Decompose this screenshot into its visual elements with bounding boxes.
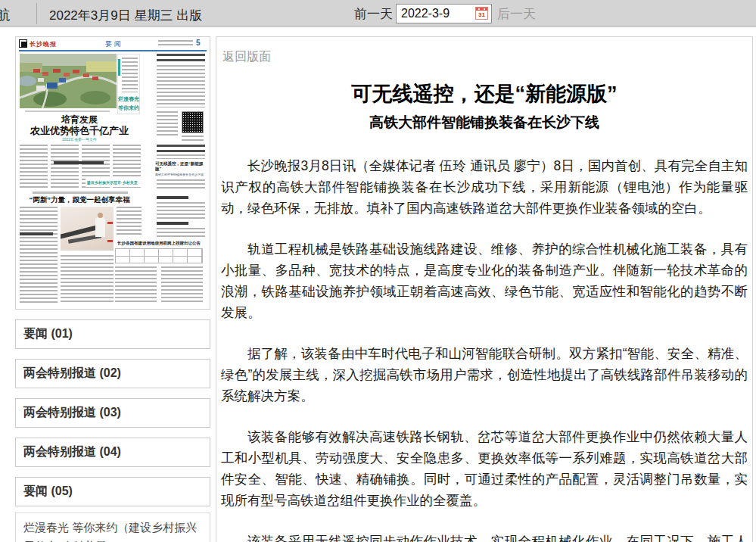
- thumb-aerial-photo: [20, 54, 117, 108]
- thumb-worker-photo: [61, 207, 114, 251]
- thumb-right-subhead: [157, 222, 188, 225]
- nav-link-fragment[interactable]: 航: [0, 6, 10, 24]
- article-paragraph: 该装备采用无线遥控同步动作作业技术，实现全程机械化作业，在同工况下，施工人员较行…: [221, 531, 748, 542]
- thumb-inline-subhead: [54, 161, 104, 164]
- thumb-photo-person: [95, 217, 105, 237]
- thumb-right-text: [157, 111, 178, 137]
- article-paragraph: 长沙晚报3月8日讯（全媒体记者 伍玲 通讯员 廖宁）8日，国内首创、具有完全自主…: [221, 155, 748, 219]
- sidebar-section-label: 两会特别报道 (04): [23, 445, 121, 458]
- thumb-notice-title: 长沙县国有建设用地使用权网上挂牌出让公告: [114, 241, 204, 246]
- calendar-icon[interactable]: 31: [475, 7, 488, 20]
- thumb-inline-subhead: [20, 232, 53, 235]
- sidebar-section-04[interactable]: 两会特别报道 (04): [15, 438, 210, 467]
- thumb-right-headline: [157, 145, 205, 152]
- sidebar-section-02[interactable]: 两会特别报道 (02): [15, 359, 210, 388]
- thumb-right-text: [157, 179, 205, 190]
- article-paragraph: 该装备能够有效解决高速铁路长钢轨、岔芯等道岔大部件更换作业中仍然依赖大量人工和小…: [221, 426, 748, 511]
- newspaper-logo-icon: [19, 39, 27, 48]
- article-body: 长沙晚报3月8日讯（全媒体记者 伍玲 通讯员 廖宁）8日，国内首创、具有完全自主…: [221, 155, 748, 542]
- topbar: 航 2022年3月9日 星期三 出版 前一天 31 后一天: [0, 0, 756, 27]
- page-thumbnail[interactable]: 长沙晚报 要闻 5: [15, 36, 210, 310]
- thumb-text-column: [20, 145, 48, 188]
- thumb-text-column: [51, 145, 79, 188]
- sidebar-section-label: 要闻 (05): [23, 484, 73, 497]
- thumb-banner-line1: 烂漫春光: [118, 95, 139, 103]
- thumb-photo-logo: [107, 222, 113, 224]
- thumb-mid-text: [61, 255, 114, 304]
- thumb-article-subline: 高铁大部件智能铺换装备在长沙下线: [155, 173, 207, 176]
- sidebar-section-label: 两会特别报道 (03): [23, 406, 121, 419]
- thumb-eyebrow-line: [33, 192, 128, 194]
- thumb-headline1-line2: 农业优势特色千亿产业: [16, 124, 143, 138]
- thumb-banner-line2: 等你来约: [118, 104, 139, 112]
- thumb-subhead: 2022年省委一号文件: [16, 137, 143, 142]
- thumb-right-text: [157, 65, 205, 107]
- article-paragraph: 轨道工程机械是铁路基础设施线路建设、维修、养护的综合性机械化施工装备，具有小批量…: [221, 238, 748, 323]
- sidebar-section-label: 要闻 (01): [23, 327, 73, 340]
- thumb-qr-code: [182, 111, 204, 133]
- thumb-right-subhead: [157, 196, 188, 199]
- sidebar-section-label: 两会特别报道 (02): [23, 366, 121, 379]
- thumb-right-text: [157, 202, 205, 219]
- thumb-photo-caption: [25, 111, 110, 112]
- thumb-photo-logo: [107, 240, 113, 242]
- thumb-page-number: 5: [196, 39, 201, 47]
- next-day-link[interactable]: 后一天: [497, 5, 536, 23]
- sidebar: 长沙晚报 要闻 5: [15, 36, 210, 542]
- date-field-wrap: 31: [396, 4, 492, 23]
- thumb-banner-tab: [118, 59, 120, 76]
- article-subtitle: 高铁大部件智能铺换装备在长沙下线: [216, 113, 752, 132]
- thumb-masthead: 长沙晚报: [30, 40, 57, 48]
- sidebar-article-link[interactable]: 烂漫春光 等你来约（建设乡村振兴示范市·乡村美景）: [16, 512, 210, 542]
- thumb-header-rule: [19, 50, 207, 51]
- calendar-icon-day: 31: [476, 11, 487, 19]
- sidebar-section-05[interactable]: 要闻 (05): [15, 477, 210, 506]
- thumb-notice-text: [115, 266, 157, 304]
- thumb-headline2: “两新”力量，跟党一起创享幸福: [16, 195, 143, 205]
- date-navigation: 前一天 31 后一天: [354, 0, 536, 27]
- thumb-pageinfo-text: [158, 40, 193, 47]
- thumb-banner: 烂漫春光 等你来约: [117, 54, 140, 114]
- sidebar-section-03[interactable]: 两会特别报道 (03): [15, 398, 210, 428]
- thumb-right-text: [157, 154, 205, 159]
- thumb-mid-text: [20, 207, 58, 304]
- article-paragraph: 据了解，该装备由中车时代电子和山河智能联合研制。双方紧扣“智能、安全、精准、绿色…: [221, 343, 748, 406]
- thumb-section-name: 要闻: [92, 39, 137, 49]
- thumb-notice-table: [115, 248, 203, 263]
- thumb-mid-text: [117, 207, 142, 237]
- thumb-banner-text: [122, 58, 138, 92]
- thumb-right-text: [182, 136, 204, 142]
- thumb-right-text: [157, 228, 205, 237]
- calendar-icon-header: [476, 8, 487, 11]
- publish-date-label: 2022年3月9日 星期三 出版: [49, 7, 202, 24]
- back-to-page-link[interactable]: 返回版面: [222, 49, 271, 65]
- thumb-right-headline: [157, 54, 205, 61]
- topbar-divider: [36, 3, 37, 24]
- thumb-notice-text: [161, 266, 203, 304]
- sidebar-article-list: 烂漫春光 等你来约（建设乡村振兴示范市·乡村美景） 培育发展农业优势特色千亿产业: [15, 512, 210, 542]
- article-title: 可无线遥控，还是“新能源版”: [216, 80, 752, 107]
- thumb-deco-text: 建设乡村振兴示范市·乡村美景: [87, 180, 138, 185]
- sidebar-section-01[interactable]: 要闻 (01): [15, 319, 210, 349]
- prev-day-link[interactable]: 前一天: [354, 5, 393, 23]
- thumb-photo-person-head: [98, 213, 103, 218]
- article-panel: 返回版面 可无线遥控，还是“新能源版” 高铁大部件智能铺换装备在长沙下线 长沙晚…: [216, 36, 753, 542]
- thumb-article-headline: 可无线遥控，还是“新能源版”: [155, 161, 207, 172]
